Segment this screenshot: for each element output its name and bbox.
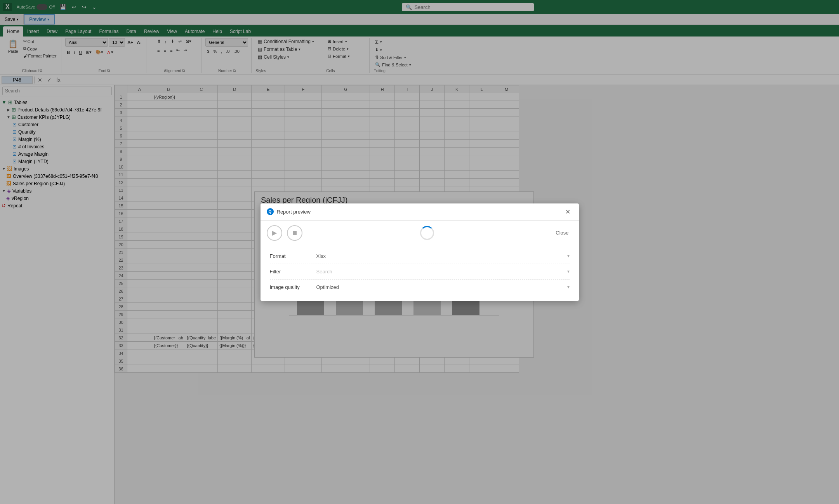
modal-field-image-quality: Image quality Optimized ▾: [270, 280, 570, 295]
format-label: Format: [270, 253, 316, 259]
play-button[interactable]: ▶: [267, 225, 282, 241]
filter-placeholder: Search: [316, 269, 332, 275]
modal-header: Q Report preview ✕: [261, 203, 579, 221]
filter-label: Filter: [270, 269, 316, 275]
modal-overlay[interactable]: Q Report preview ✕ ▶ ⏹ Close Format Xlsx: [0, 0, 839, 504]
format-value[interactable]: Xlsx ▾: [316, 253, 570, 259]
stop-icon: ⏹: [292, 229, 298, 236]
modal-logo: Q: [267, 208, 274, 215]
modal-controls: ▶ ⏹ Close: [261, 221, 579, 245]
image-quality-arrow: ▾: [567, 284, 570, 290]
filter-arrow: ▾: [567, 269, 570, 274]
modal-title: Report preview: [277, 209, 560, 215]
modal-close-x-button[interactable]: ✕: [563, 207, 573, 216]
play-icon: ▶: [272, 229, 277, 236]
filter-value[interactable]: Search ▾: [316, 269, 570, 275]
modal-field-format: Format Xlsx ▾: [270, 249, 570, 264]
modal-fields: Format Xlsx ▾ Filter Search ▾ Image qual…: [261, 245, 579, 301]
image-quality-label: Image quality: [270, 284, 316, 290]
image-quality-value[interactable]: Optimized ▾: [316, 284, 570, 290]
stop-button[interactable]: ⏹: [287, 225, 302, 241]
image-quality-text: Optimized: [316, 284, 339, 290]
format-arrow: ▾: [567, 253, 570, 259]
modal-close-button[interactable]: Close: [552, 228, 572, 238]
modal-field-filter: Filter Search ▾: [270, 264, 570, 280]
format-text: Xlsx: [316, 253, 326, 259]
report-preview-modal: Q Report preview ✕ ▶ ⏹ Close Format Xlsx: [261, 203, 579, 301]
loading-spinner: [307, 226, 547, 240]
spinner: [420, 226, 434, 240]
